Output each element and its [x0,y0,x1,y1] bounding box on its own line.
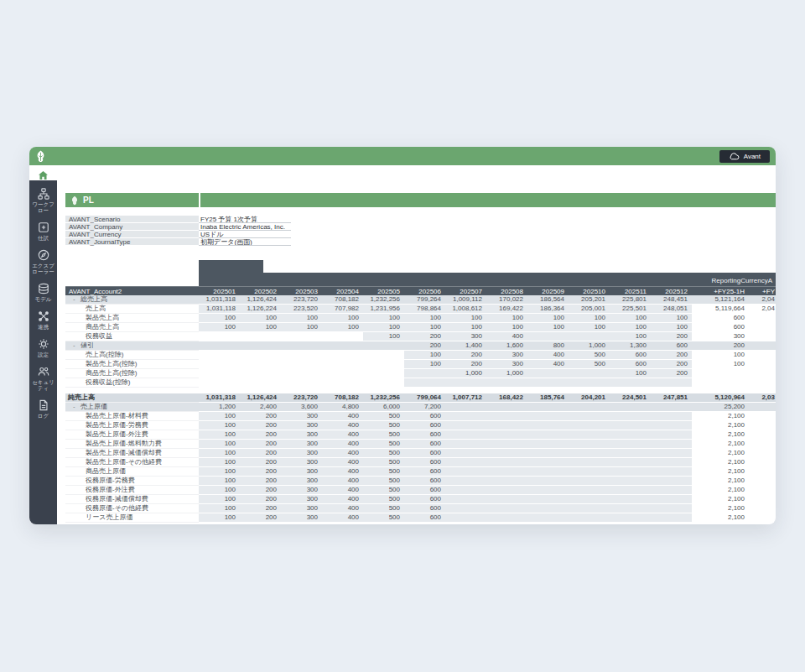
data-cell[interactable] [610,412,651,421]
data-cell[interactable] [651,449,692,458]
data-cell[interactable]: 600 [404,458,445,467]
data-cell[interactable] [610,477,651,486]
data-cell[interactable]: 2,04 [749,295,776,305]
data-cell[interactable]: 2,100 [692,513,749,523]
data-cell[interactable] [749,477,776,486]
data-cell[interactable]: 100 [404,360,445,369]
data-cell[interactable] [486,421,527,430]
data-cell[interactable] [404,378,445,388]
data-cell[interactable]: 200 [240,412,281,421]
data-cell[interactable] [610,504,651,513]
data-cell[interactable]: 300 [281,421,322,430]
data-cell[interactable]: 100 [363,332,404,341]
data-cell[interactable] [281,360,322,369]
data-cell[interactable]: 100 [486,323,527,332]
data-cell[interactable] [281,351,322,360]
data-cell[interactable]: 300 [281,504,322,513]
data-cell[interactable]: 1,126,224 [240,305,281,314]
data-cell[interactable]: 300 [486,351,527,360]
data-cell[interactable]: 100 [199,323,240,332]
data-cell[interactable]: 799,064 [404,393,445,403]
data-cell[interactable]: 100 [199,314,240,323]
data-cell[interactable]: 200 [240,421,281,430]
data-cell[interactable] [749,430,776,440]
data-cell[interactable]: 100 [445,323,486,332]
data-cell[interactable]: 300 [281,467,322,477]
data-cell[interactable]: 25,200 [692,403,749,412]
data-cell[interactable]: 2,100 [692,495,749,504]
data-cell[interactable] [527,458,569,467]
data-cell[interactable]: 2,100 [692,486,749,495]
data-cell[interactable]: 100 [281,323,322,332]
data-cell[interactable] [486,467,527,477]
data-cell[interactable] [749,486,776,495]
data-cell[interactable]: 200 [651,351,692,360]
data-cell[interactable]: 100 [445,314,486,323]
data-cell[interactable] [486,495,527,504]
data-cell[interactable]: 400 [322,495,363,504]
data-cell[interactable] [199,369,240,378]
data-cell[interactable] [749,378,776,388]
data-cell[interactable] [281,332,322,341]
sidebar-item-log[interactable]: ログ [29,399,57,419]
data-cell[interactable]: 100 [404,323,445,332]
data-cell[interactable]: 200 [240,513,281,523]
data-cell[interactable] [363,360,404,369]
data-cell[interactable] [527,449,569,458]
data-cell[interactable] [281,378,322,388]
data-cell[interactable]: 1,400 [445,341,486,351]
data-cell[interactable]: 100 [281,314,322,323]
data-cell[interactable] [445,412,486,421]
data-cell[interactable]: 1,031,118 [199,305,240,314]
data-cell[interactable] [610,495,651,504]
data-cell[interactable]: 185,764 [527,393,569,403]
data-cell[interactable]: 500 [569,351,610,360]
data-cell[interactable]: 200 [445,360,486,369]
data-cell[interactable] [527,486,569,495]
data-cell[interactable]: 2,100 [692,449,749,458]
data-cell[interactable] [445,486,486,495]
data-cell[interactable] [569,513,610,523]
data-cell[interactable]: 100 [651,314,692,323]
data-cell[interactable]: 600 [404,495,445,504]
data-cell[interactable] [569,504,610,513]
data-cell[interactable] [569,467,610,477]
data-cell[interactable] [240,369,281,378]
data-cell[interactable]: 1,009,112 [445,295,486,305]
data-cell[interactable] [610,449,651,458]
data-cell[interactable]: 100 [569,314,610,323]
data-cell[interactable] [445,421,486,430]
data-cell[interactable]: 500 [363,513,404,523]
data-cell[interactable]: 100 [199,504,240,513]
data-cell[interactable]: 200 [240,449,281,458]
data-cell[interactable]: 799,264 [404,295,445,305]
data-cell[interactable] [445,495,486,504]
data-cell[interactable]: 2,100 [692,421,749,430]
data-cell[interactable]: 100 [199,513,240,523]
data-cell[interactable] [363,351,404,360]
data-cell[interactable]: 2,100 [692,504,749,513]
data-cell[interactable] [749,323,776,332]
data-cell[interactable] [363,378,404,388]
data-cell[interactable]: 100 [199,412,240,421]
data-cell[interactable]: 400 [322,440,363,449]
data-cell[interactable] [486,477,527,486]
data-cell[interactable]: 100 [199,449,240,458]
data-cell[interactable]: 200 [404,332,445,341]
data-cell[interactable]: 800 [527,341,569,351]
data-cell[interactable] [527,332,569,341]
data-cell[interactable] [569,430,610,440]
collapse-toggle[interactable]: - [73,403,80,411]
data-cell[interactable] [445,467,486,477]
data-cell[interactable]: 600 [404,467,445,477]
data-cell[interactable]: 400 [486,332,527,341]
data-cell[interactable] [240,332,281,341]
data-cell[interactable] [651,486,692,495]
data-cell[interactable] [749,504,776,513]
data-cell[interactable]: 500 [363,477,404,486]
data-cell[interactable] [445,513,486,523]
data-cell[interactable] [569,486,610,495]
data-cell[interactable]: 600 [404,440,445,449]
data-cell[interactable]: 2,400 [240,403,281,412]
data-cell[interactable]: 248,051 [651,305,692,314]
